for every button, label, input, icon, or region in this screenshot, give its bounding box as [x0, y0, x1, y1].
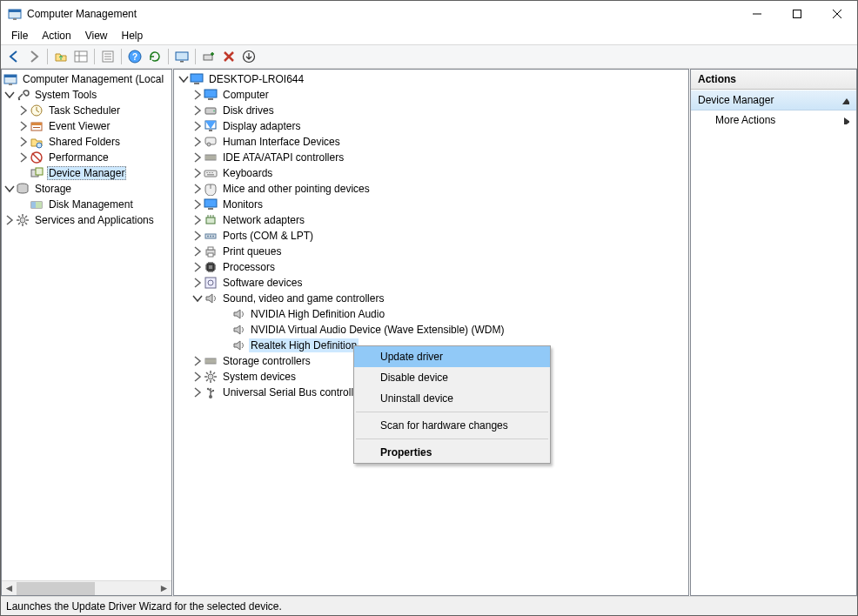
port-icon: [204, 229, 218, 243]
device-category[interactable]: Processors: [174, 259, 688, 275]
device-category[interactable]: Sound, video and game controllers: [174, 291, 688, 306]
context-properties[interactable]: Properties: [354, 442, 550, 463]
sound-icon: [231, 323, 245, 337]
collapse-icon[interactable]: [191, 292, 204, 305]
toolbar-add-legacy-button[interactable]: [199, 47, 218, 66]
expand-icon[interactable]: [17, 151, 30, 164]
expand-icon[interactable]: [191, 120, 204, 132]
scroll-left-arrow-icon[interactable]: ◄: [2, 581, 17, 596]
compmgmt-icon: [3, 72, 17, 86]
device-category[interactable]: Ports (COM & LPT): [174, 228, 688, 244]
actions-group-device-manager[interactable]: Device Manager: [691, 90, 856, 110]
menu-help[interactable]: Help: [115, 28, 151, 44]
minimize-button[interactable]: [737, 1, 777, 27]
scroll-right-arrow-icon[interactable]: ►: [157, 581, 171, 596]
actions-more-actions[interactable]: More Actions: [691, 110, 856, 130]
toolbar-properties-button[interactable]: [98, 47, 117, 66]
close-button[interactable]: [817, 1, 857, 27]
tree-task-scheduler[interactable]: Task Scheduler: [2, 103, 171, 118]
clock-icon: [30, 104, 44, 117]
expand-icon[interactable]: [17, 104, 30, 117]
maximize-button[interactable]: [777, 1, 817, 27]
cpu-icon: [204, 260, 218, 274]
tree-system-tools[interactable]: System Tools: [2, 87, 171, 103]
sound-icon: [204, 291, 218, 305]
device-category[interactable]: Disk drives: [174, 103, 688, 118]
devicemanager-icon: [30, 166, 44, 180]
device-category[interactable]: Human Interface Devices: [174, 134, 688, 150]
toolbar-show-hide-tree-button[interactable]: [71, 47, 90, 66]
actions-pane: Actions Device Manager More Actions: [690, 69, 857, 596]
menu-view[interactable]: View: [78, 28, 115, 44]
expand-icon[interactable]: [191, 261, 204, 273]
toolbar-update-driver-button[interactable]: [239, 47, 258, 66]
toolbar-help-button[interactable]: [125, 47, 144, 66]
device-root[interactable]: DESKTOP-LROI644: [174, 71, 688, 87]
toolbar-refresh-button[interactable]: [145, 47, 164, 66]
expand-icon[interactable]: [191, 214, 204, 226]
submenu-arrow-icon: [841, 116, 849, 124]
expand-icon[interactable]: [3, 214, 16, 226]
expand-icon[interactable]: [191, 151, 204, 164]
context-update-driver[interactable]: Update driver: [354, 346, 550, 367]
tree-device-manager[interactable]: Device Manager: [2, 165, 171, 181]
device-category[interactable]: Computer: [174, 87, 688, 103]
sharedfolders-icon: [30, 135, 44, 149]
diskmgmt-icon: [30, 198, 44, 211]
device-category[interactable]: Print queues: [174, 244, 688, 259]
device-category[interactable]: Monitors: [174, 197, 688, 212]
menu-action[interactable]: Action: [35, 28, 77, 44]
storage-icon: [16, 182, 30, 196]
context-uninstall-device[interactable]: Uninstall device: [354, 388, 550, 409]
left-pane-hscrollbar[interactable]: ◄ ►: [2, 580, 171, 595]
toolbar-back-button[interactable]: [4, 47, 23, 66]
expand-icon[interactable]: [191, 183, 204, 195]
toolbar-scan-hardware-button[interactable]: [172, 47, 191, 66]
statusbar: Launches the Update Driver Wizard for th…: [1, 596, 857, 615]
menubar: File Action View Help: [1, 27, 857, 44]
expand-icon[interactable]: [17, 136, 30, 148]
collapse-icon[interactable]: [3, 183, 16, 195]
toolbar-uninstall-button[interactable]: [219, 47, 238, 66]
scroll-thumb[interactable]: [17, 582, 95, 595]
console-tree[interactable]: Computer Management (Local System Tools …: [2, 70, 171, 580]
collapse-icon[interactable]: [178, 73, 190, 85]
collapse-icon[interactable]: [3, 89, 16, 101]
device-item[interactable]: NVIDIA High Definition Audio: [174, 306, 688, 322]
expand-icon[interactable]: [191, 386, 204, 398]
tree-shared-folders[interactable]: Shared Folders: [2, 134, 171, 150]
device-item[interactable]: NVIDIA Virtual Audio Device (Wave Extens…: [174, 322, 688, 338]
expand-icon[interactable]: [191, 355, 204, 367]
expand-icon[interactable]: [191, 89, 204, 101]
expand-icon[interactable]: [191, 277, 204, 289]
toolbar-forward-button[interactable]: [24, 47, 44, 66]
tree-storage[interactable]: Storage: [2, 181, 171, 197]
device-category[interactable]: Network adapters: [174, 212, 688, 228]
device-category[interactable]: Mice and other pointing devices: [174, 181, 688, 197]
software-icon: [204, 276, 218, 290]
expand-icon[interactable]: [191, 230, 204, 242]
device-tree[interactable]: DESKTOP-LROI644ComputerDisk drivesDispla…: [174, 70, 688, 595]
expand-icon[interactable]: [191, 371, 204, 383]
expand-icon[interactable]: [191, 245, 204, 258]
expand-icon[interactable]: [191, 136, 204, 148]
expand-icon[interactable]: [17, 120, 30, 132]
tree-services-apps[interactable]: Services and Applications: [2, 212, 171, 228]
context-scan-hardware[interactable]: Scan for hardware changes: [354, 415, 550, 436]
collapse-up-icon: [841, 96, 849, 104]
toolbar-up-button[interactable]: [51, 47, 70, 66]
tree-root[interactable]: Computer Management (Local: [2, 71, 171, 87]
device-category[interactable]: Software devices: [174, 275, 688, 291]
context-disable-device[interactable]: Disable device: [354, 367, 550, 388]
tree-event-viewer[interactable]: Event Viewer: [2, 118, 171, 134]
expand-icon[interactable]: [191, 167, 204, 179]
device-category[interactable]: Display adapters: [174, 118, 688, 134]
device-category[interactable]: Keyboards: [174, 165, 688, 181]
expand-icon[interactable]: [191, 104, 204, 117]
expand-icon[interactable]: [191, 198, 204, 211]
printer-icon: [204, 244, 218, 258]
device-category[interactable]: IDE ATA/ATAPI controllers: [174, 150, 688, 165]
tree-disk-management[interactable]: Disk Management: [2, 197, 171, 212]
tree-performance[interactable]: Performance: [2, 150, 171, 165]
menu-file[interactable]: File: [4, 28, 35, 44]
